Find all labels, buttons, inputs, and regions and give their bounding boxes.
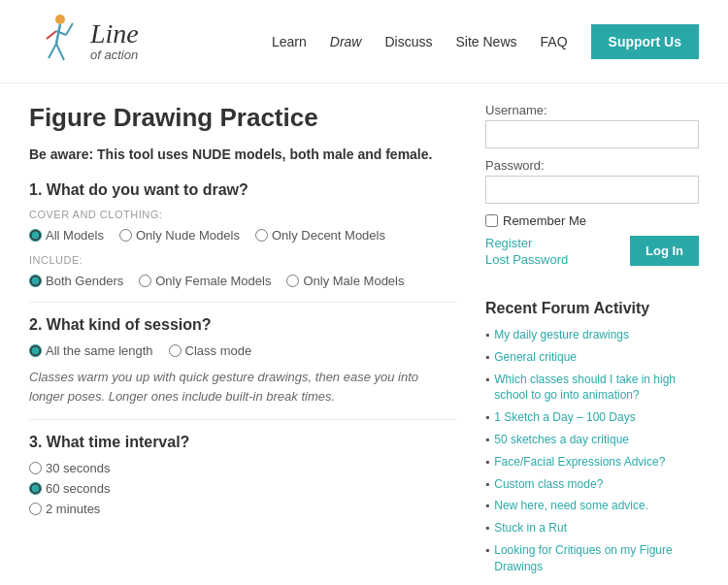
forum-link-8[interactable]: Stuck in a Rut xyxy=(494,520,567,536)
forum-title: Recent Forum Activity xyxy=(485,300,699,317)
section1-heading: 1. What do you want to draw? xyxy=(29,181,456,199)
forum-list-item-1: General critique xyxy=(485,349,699,366)
remember-checkbox[interactable] xyxy=(485,214,498,227)
cover-option-2[interactable]: Only Decent Models xyxy=(255,228,385,243)
time-option-0-label: 30 seconds xyxy=(46,461,111,475)
password-input[interactable] xyxy=(485,176,699,204)
svg-line-2 xyxy=(49,44,56,58)
session-radio-group: All the same length Class mode xyxy=(29,343,456,358)
support-button[interactable]: Support Us xyxy=(591,24,699,59)
session-radio-0[interactable] xyxy=(29,344,42,357)
include-option-1[interactable]: Only Female Models xyxy=(139,274,271,288)
main-nav: Learn Draw Discuss Site News FAQ Support… xyxy=(272,24,699,59)
lost-password-link[interactable]: Lost Password xyxy=(485,252,568,267)
time-option-0[interactable]: 30 seconds xyxy=(29,461,456,475)
cover-label: COVER AND CLOTHING: xyxy=(29,209,456,220)
forum-link-4[interactable]: 50 sketches a day critique xyxy=(494,432,629,448)
remember-row: Remember Me xyxy=(485,213,699,228)
forum-list-item-5: Face/Facial Expressions Advice? xyxy=(485,454,699,471)
include-option-2-label: Only Male Models xyxy=(303,274,404,288)
session-option-1[interactable]: Class mode xyxy=(169,343,252,358)
svg-line-6 xyxy=(66,23,73,35)
time-option-1[interactable]: 60 seconds xyxy=(29,481,456,496)
forum-list-item-9: Looking for Critiques on my Figure Drawi… xyxy=(485,542,699,575)
forum-list-item-2: Which classes should I take in high scho… xyxy=(485,372,699,405)
main-layout: Figure Drawing Practice Be aware: This t… xyxy=(0,83,728,585)
section3-heading: 3. What time interval? xyxy=(29,434,456,451)
login-form: Username: Password: Remember Me Register… xyxy=(485,103,699,276)
cover-option-2-label: Only Decent Models xyxy=(272,228,385,243)
login-submit-row: Register Lost Password Log In xyxy=(485,236,699,276)
login-links: Register Lost Password xyxy=(485,236,568,267)
logo-icon xyxy=(29,10,83,73)
include-option-0-label: Both Genders xyxy=(46,274,123,288)
cover-radio-group: All Models Only Nude Models Only Decent … xyxy=(29,228,456,243)
forum-link-3[interactable]: 1 Sketch a Day – 100 Days xyxy=(494,409,635,426)
forum-link-1[interactable]: General critique xyxy=(494,349,577,366)
nav-site-news[interactable]: Site News xyxy=(456,34,517,49)
nav-draw[interactable]: Draw xyxy=(330,34,362,49)
section2-heading: 2. What kind of session? xyxy=(29,316,456,334)
right-sidebar: Username: Password: Remember Me Register… xyxy=(485,103,699,581)
page-title: Figure Drawing Practice xyxy=(29,103,456,133)
forum-list-item-0: My daily gesture drawings xyxy=(485,327,699,343)
forum-link-0[interactable]: My daily gesture drawings xyxy=(494,327,629,343)
logo-area: Line of action xyxy=(29,10,139,73)
svg-line-3 xyxy=(56,44,64,60)
time-radio-1[interactable] xyxy=(29,482,42,495)
forum-link-2[interactable]: Which classes should I take in high scho… xyxy=(494,372,699,405)
forum-list-item-4: 50 sketches a day critique xyxy=(485,432,699,448)
svg-line-4 xyxy=(47,31,56,39)
cover-radio-2[interactable] xyxy=(255,229,268,242)
nav-faq[interactable]: FAQ xyxy=(541,34,568,49)
forum-link-6[interactable]: Custom class mode? xyxy=(494,476,603,493)
session-option-0-label: All the same length xyxy=(46,343,153,358)
warning-text: Be aware: This tool uses NUDE models, bo… xyxy=(29,146,456,162)
forum-link-9[interactable]: Looking for Critiques on my Figure Drawi… xyxy=(494,542,699,575)
cover-radio-1[interactable] xyxy=(119,229,132,242)
include-radio-0[interactable] xyxy=(29,275,42,287)
include-option-0[interactable]: Both Genders xyxy=(29,274,123,288)
forum-list: My daily gesture drawingsGeneral critiqu… xyxy=(485,327,699,575)
include-label: INCLUDE: xyxy=(29,254,456,266)
forum-list-item-6: Custom class mode? xyxy=(485,476,699,493)
forum-link-7[interactable]: New here, need some advice. xyxy=(494,498,648,514)
include-radio-2[interactable] xyxy=(286,275,299,287)
time-options: 30 seconds 60 seconds 2 minutes xyxy=(29,461,456,516)
forum-list-item-3: 1 Sketch a Day – 100 Days xyxy=(485,409,699,426)
session-option-1-label: Class mode xyxy=(185,343,252,358)
session-option-0[interactable]: All the same length xyxy=(29,343,153,358)
header: Line of action Learn Draw Discuss Site N… xyxy=(0,0,728,83)
cover-option-1[interactable]: Only Nude Models xyxy=(119,228,240,243)
remember-label: Remember Me xyxy=(503,213,586,228)
nav-discuss[interactable]: Discuss xyxy=(384,34,432,49)
cover-option-1-label: Only Nude Models xyxy=(136,228,240,243)
cover-option-0[interactable]: All Models xyxy=(29,228,104,243)
include-radio-group: Both Genders Only Female Models Only Mal… xyxy=(29,274,456,288)
username-label: Username: xyxy=(485,103,699,117)
include-option-2[interactable]: Only Male Models xyxy=(286,274,404,288)
login-button[interactable]: Log In xyxy=(630,236,699,266)
forum-link-5[interactable]: Face/Facial Expressions Advice? xyxy=(494,454,665,471)
include-radio-1[interactable] xyxy=(139,275,151,287)
forum-list-item-7: New here, need some advice. xyxy=(485,498,699,514)
time-option-1-label: 60 seconds xyxy=(46,481,111,496)
svg-point-0 xyxy=(55,15,65,24)
left-content: Figure Drawing Practice Be aware: This t… xyxy=(29,103,456,581)
forum-section: Recent Forum Activity My daily gesture d… xyxy=(485,300,699,575)
password-label: Password: xyxy=(485,158,699,173)
forum-list-item-8: Stuck in a Rut xyxy=(485,520,699,536)
time-radio-2[interactable] xyxy=(29,503,42,515)
svg-line-1 xyxy=(56,24,60,44)
nav-learn[interactable]: Learn xyxy=(272,34,307,49)
include-option-1-label: Only Female Models xyxy=(155,274,271,288)
time-radio-0[interactable] xyxy=(29,462,42,474)
time-option-2[interactable]: 2 minutes xyxy=(29,502,456,516)
logo-sub: of action xyxy=(90,48,139,62)
cover-radio-0[interactable] xyxy=(29,229,42,242)
class-note: Classes warm you up with quick gesture d… xyxy=(29,368,456,406)
cover-option-0-label: All Models xyxy=(46,228,104,243)
register-link[interactable]: Register xyxy=(485,236,568,250)
username-input[interactable] xyxy=(485,120,699,148)
session-radio-1[interactable] xyxy=(169,344,182,357)
